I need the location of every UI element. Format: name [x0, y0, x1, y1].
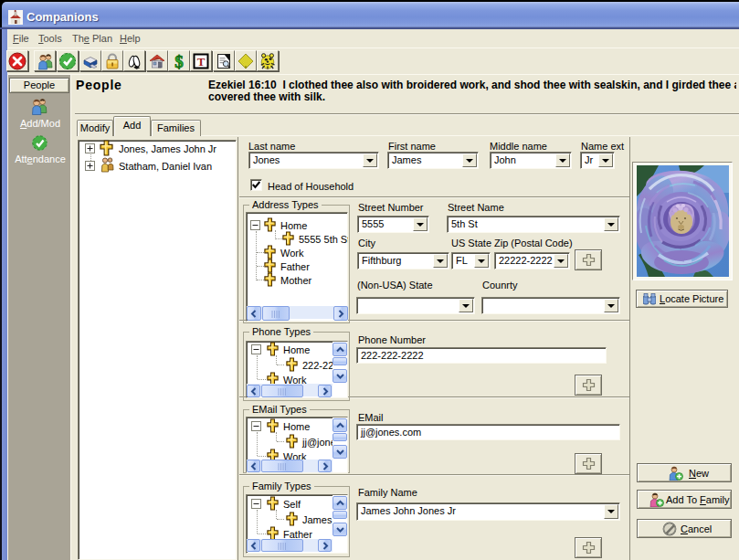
svg-text:$: $ [174, 52, 184, 70]
svg-text:T: T [197, 55, 206, 69]
